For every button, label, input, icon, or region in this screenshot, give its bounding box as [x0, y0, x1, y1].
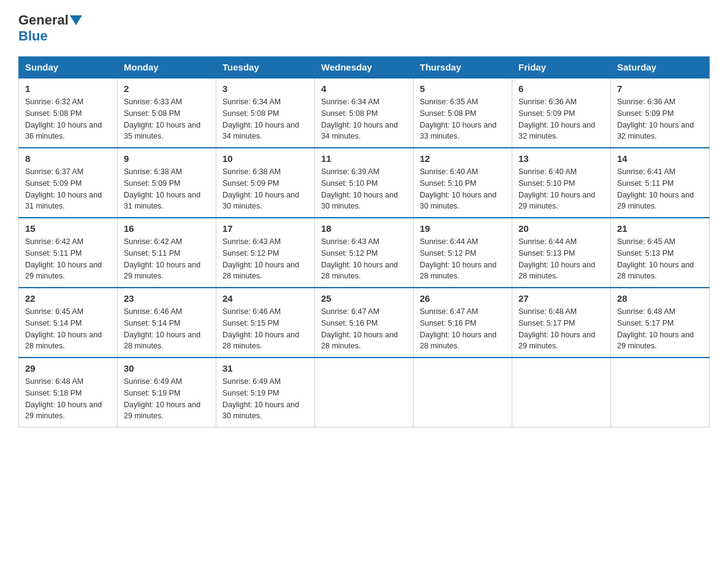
- day-number: 30: [124, 363, 210, 373]
- day-info: Sunrise: 6:44 AMSunset: 5:13 PMDaylight:…: [518, 237, 595, 280]
- calendar-cell: 18 Sunrise: 6:43 AMSunset: 5:12 PMDaylig…: [315, 218, 414, 288]
- page-header: General Blue: [18, 12, 710, 44]
- calendar-cell: 28 Sunrise: 6:48 AMSunset: 5:17 PMDaylig…: [611, 288, 710, 358]
- header-friday: Friday: [512, 57, 611, 79]
- calendar-cell: 13 Sunrise: 6:40 AMSunset: 5:10 PMDaylig…: [512, 148, 611, 218]
- day-info: Sunrise: 6:47 AMSunset: 5:16 PMDaylight:…: [420, 307, 496, 350]
- logo-triangle-icon: [70, 15, 82, 25]
- day-number: 5: [420, 83, 506, 94]
- header-wednesday: Wednesday: [315, 57, 414, 79]
- calendar-cell: 11 Sunrise: 6:39 AMSunset: 5:10 PMDaylig…: [315, 148, 414, 218]
- day-info: Sunrise: 6:38 AMSunset: 5:09 PMDaylight:…: [124, 167, 200, 210]
- day-info: Sunrise: 6:39 AMSunset: 5:10 PMDaylight:…: [321, 167, 398, 210]
- day-number: 2: [124, 83, 210, 94]
- day-number: 11: [321, 153, 407, 164]
- day-number: 24: [222, 293, 308, 304]
- calendar-header-row: SundayMondayTuesdayWednesdayThursdayFrid…: [19, 57, 710, 79]
- day-number: 14: [617, 153, 703, 164]
- calendar-cell: 31 Sunrise: 6:49 AMSunset: 5:19 PMDaylig…: [216, 358, 315, 427]
- calendar-cell: 9 Sunrise: 6:38 AMSunset: 5:09 PMDayligh…: [118, 148, 216, 218]
- day-info: Sunrise: 6:41 AMSunset: 5:11 PMDaylight:…: [617, 167, 694, 210]
- day-number: 12: [420, 153, 506, 164]
- calendar-cell: 14 Sunrise: 6:41 AMSunset: 5:11 PMDaylig…: [611, 148, 710, 218]
- day-info: Sunrise: 6:48 AMSunset: 5:18 PMDaylight:…: [25, 377, 102, 420]
- calendar-cell: [315, 358, 414, 427]
- day-number: 19: [420, 223, 506, 234]
- day-number: 18: [321, 223, 407, 234]
- week-row-2: 8 Sunrise: 6:37 AMSunset: 5:09 PMDayligh…: [19, 148, 710, 218]
- day-info: Sunrise: 6:45 AMSunset: 5:13 PMDaylight:…: [617, 237, 694, 280]
- day-number: 26: [420, 293, 506, 304]
- logo: General Blue: [18, 12, 83, 44]
- calendar-cell: 12 Sunrise: 6:40 AMSunset: 5:10 PMDaylig…: [414, 148, 512, 218]
- day-info: Sunrise: 6:46 AMSunset: 5:15 PMDaylight:…: [222, 307, 299, 350]
- calendar-cell: 20 Sunrise: 6:44 AMSunset: 5:13 PMDaylig…: [512, 218, 611, 288]
- day-info: Sunrise: 6:34 AMSunset: 5:08 PMDaylight:…: [222, 98, 299, 140]
- calendar-cell: [414, 358, 512, 427]
- calendar-cell: 10 Sunrise: 6:38 AMSunset: 5:09 PMDaylig…: [216, 148, 315, 218]
- day-number: 21: [617, 223, 703, 234]
- day-number: 23: [124, 293, 210, 304]
- day-info: Sunrise: 6:42 AMSunset: 5:11 PMDaylight:…: [124, 237, 200, 280]
- calendar-cell: 27 Sunrise: 6:48 AMSunset: 5:17 PMDaylig…: [512, 288, 611, 358]
- day-number: 20: [518, 223, 604, 234]
- calendar-cell: 16 Sunrise: 6:42 AMSunset: 5:11 PMDaylig…: [118, 218, 216, 288]
- day-number: 9: [124, 153, 210, 164]
- day-number: 27: [518, 293, 604, 304]
- day-info: Sunrise: 6:46 AMSunset: 5:14 PMDaylight:…: [124, 307, 200, 350]
- calendar-cell: 4 Sunrise: 6:34 AMSunset: 5:08 PMDayligh…: [315, 78, 414, 148]
- calendar-cell: 30 Sunrise: 6:49 AMSunset: 5:19 PMDaylig…: [118, 358, 216, 427]
- calendar-cell: 5 Sunrise: 6:35 AMSunset: 5:08 PMDayligh…: [414, 78, 512, 148]
- day-info: Sunrise: 6:43 AMSunset: 5:12 PMDaylight:…: [321, 237, 398, 280]
- day-number: 1: [25, 83, 111, 94]
- logo-general-text: General: [18, 12, 69, 28]
- day-info: Sunrise: 6:35 AMSunset: 5:08 PMDaylight:…: [420, 98, 496, 140]
- calendar-cell: 6 Sunrise: 6:36 AMSunset: 5:09 PMDayligh…: [512, 78, 611, 148]
- day-info: Sunrise: 6:42 AMSunset: 5:11 PMDaylight:…: [25, 237, 102, 280]
- day-info: Sunrise: 6:37 AMSunset: 5:09 PMDaylight:…: [25, 167, 102, 210]
- calendar-cell: 1 Sunrise: 6:32 AMSunset: 5:08 PMDayligh…: [19, 78, 118, 148]
- calendar-cell: 19 Sunrise: 6:44 AMSunset: 5:12 PMDaylig…: [414, 218, 512, 288]
- calendar-cell: [611, 358, 710, 427]
- day-number: 13: [518, 153, 604, 164]
- header-sunday: Sunday: [19, 57, 118, 79]
- calendar-cell: 8 Sunrise: 6:37 AMSunset: 5:09 PMDayligh…: [19, 148, 118, 218]
- day-info: Sunrise: 6:45 AMSunset: 5:14 PMDaylight:…: [25, 307, 102, 350]
- header-tuesday: Tuesday: [216, 57, 315, 79]
- header-saturday: Saturday: [611, 57, 710, 79]
- day-info: Sunrise: 6:32 AMSunset: 5:08 PMDaylight:…: [25, 98, 102, 140]
- calendar-cell: 24 Sunrise: 6:46 AMSunset: 5:15 PMDaylig…: [216, 288, 315, 358]
- calendar-cell: 25 Sunrise: 6:47 AMSunset: 5:16 PMDaylig…: [315, 288, 414, 358]
- week-row-5: 29 Sunrise: 6:48 AMSunset: 5:18 PMDaylig…: [19, 358, 710, 427]
- day-number: 17: [222, 223, 308, 234]
- day-info: Sunrise: 6:40 AMSunset: 5:10 PMDaylight:…: [518, 167, 595, 210]
- day-number: 16: [124, 223, 210, 234]
- calendar-cell: 2 Sunrise: 6:33 AMSunset: 5:08 PMDayligh…: [118, 78, 216, 148]
- calendar-cell: 29 Sunrise: 6:48 AMSunset: 5:18 PMDaylig…: [19, 358, 118, 427]
- day-info: Sunrise: 6:33 AMSunset: 5:08 PMDaylight:…: [124, 98, 200, 140]
- day-number: 31: [222, 363, 308, 373]
- header-monday: Monday: [118, 57, 216, 79]
- day-number: 6: [518, 83, 604, 94]
- calendar-cell: 21 Sunrise: 6:45 AMSunset: 5:13 PMDaylig…: [611, 218, 710, 288]
- day-number: 10: [222, 153, 308, 164]
- day-number: 4: [321, 83, 407, 94]
- day-number: 7: [617, 83, 703, 94]
- calendar-cell: 15 Sunrise: 6:42 AMSunset: 5:11 PMDaylig…: [19, 218, 118, 288]
- logo-blue-text: Blue: [18, 28, 48, 44]
- calendar-table: SundayMondayTuesdayWednesdayThursdayFrid…: [18, 56, 710, 427]
- day-number: 29: [25, 363, 111, 373]
- calendar-cell: 23 Sunrise: 6:46 AMSunset: 5:14 PMDaylig…: [118, 288, 216, 358]
- day-info: Sunrise: 6:48 AMSunset: 5:17 PMDaylight:…: [518, 307, 595, 350]
- header-thursday: Thursday: [414, 57, 512, 79]
- day-info: Sunrise: 6:36 AMSunset: 5:09 PMDaylight:…: [617, 98, 694, 140]
- day-info: Sunrise: 6:40 AMSunset: 5:10 PMDaylight:…: [420, 167, 496, 210]
- day-info: Sunrise: 6:47 AMSunset: 5:16 PMDaylight:…: [321, 307, 398, 350]
- day-info: Sunrise: 6:43 AMSunset: 5:12 PMDaylight:…: [222, 237, 299, 280]
- week-row-3: 15 Sunrise: 6:42 AMSunset: 5:11 PMDaylig…: [19, 218, 710, 288]
- calendar-cell: [512, 358, 611, 427]
- week-row-4: 22 Sunrise: 6:45 AMSunset: 5:14 PMDaylig…: [19, 288, 710, 358]
- calendar-cell: 26 Sunrise: 6:47 AMSunset: 5:16 PMDaylig…: [414, 288, 512, 358]
- calendar-cell: 17 Sunrise: 6:43 AMSunset: 5:12 PMDaylig…: [216, 218, 315, 288]
- week-row-1: 1 Sunrise: 6:32 AMSunset: 5:08 PMDayligh…: [19, 78, 710, 148]
